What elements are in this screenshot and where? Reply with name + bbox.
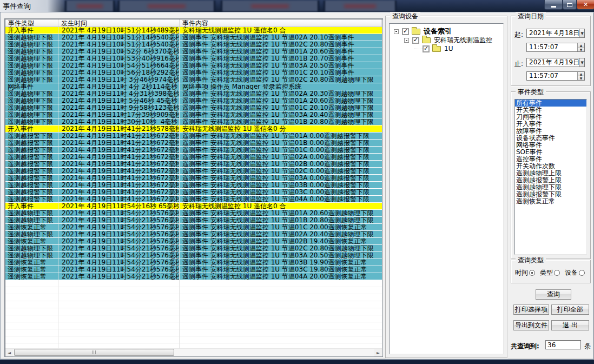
query-type-option[interactable]: 类型 xyxy=(540,268,560,277)
checkbox-checked-icon[interactable] xyxy=(412,37,419,44)
horizontal-scrollbar[interactable]: ◄ ► xyxy=(5,348,382,356)
table-row[interactable]: 遥测恢复正常2021年 4月19日11时54分21秒576毫秒遥测事件 安科瑞无… xyxy=(5,238,382,245)
device-tree: 设备索引 安科瑞无线测温监控 1U xyxy=(389,23,504,354)
table-row[interactable]: 遥测越物理下限2021年 4月19日10时54分51秒664毫秒遥测事件 安科瑞… xyxy=(5,62,382,69)
tree-node-label[interactable]: 设备索引 xyxy=(424,27,452,36)
cell-content: 遥测事件 安科瑞无线测温监控 1U 节温02C 20.80遥测越物理下限 xyxy=(180,245,382,252)
result-count-input[interactable] xyxy=(545,340,581,349)
event-type-item[interactable]: 遥测恢复正常 xyxy=(515,198,586,205)
radio-icon[interactable] xyxy=(554,270,560,276)
table-row[interactable]: 遥测越物理下限2021年 4月19日11时 3分46秒974毫秒遥测事件 安科瑞… xyxy=(5,76,382,83)
to-time-spinbox[interactable]: 11:57:07 ▲ ▼ xyxy=(526,71,585,81)
table-row[interactable]: 遥测越物理下限2021年 4月19日11时30分10秒 4毫秒遥测事件 安科瑞无… xyxy=(5,118,382,125)
cell-time: 2021年 4月19日11时54分21秒576毫秒 xyxy=(58,252,180,259)
cell-time: 2021年 4月19日11时41分21秒672毫秒 xyxy=(58,133,180,139)
table-row[interactable]: 遥测越报警下限2021年 4月19日11时41分21秒672毫秒遥测事件 安科瑞… xyxy=(5,161,382,168)
to-date-combobox[interactable]: 2021年 4月19日 ▼ xyxy=(526,58,585,67)
collapse-expander-icon[interactable] xyxy=(404,38,409,43)
print-all-button[interactable]: 打印全部 xyxy=(551,305,589,315)
scroll-left-button[interactable]: ◄ xyxy=(5,349,13,356)
export-to-file-button[interactable]: 导出到文件 xyxy=(513,320,549,330)
radio-icon[interactable] xyxy=(579,270,585,276)
exit-button[interactable]: 退 出 xyxy=(551,320,589,330)
tree-node-label[interactable]: 安科瑞无线测温监控 xyxy=(434,36,492,45)
scrollbar-track[interactable] xyxy=(13,349,374,356)
table-row[interactable]: 遥测越报警下限2021年 4月19日11时41分21秒672毫秒遥测事件 安科瑞… xyxy=(5,189,382,196)
table-row[interactable]: 开入事件2021年 4月19日11时54分16秒 65毫秒安科瑞无线测温监控 1… xyxy=(5,203,382,210)
from-date-label: 起: xyxy=(514,30,523,39)
cell-content: 安科瑞无线测温监控 1U 遥信名0 合 xyxy=(180,203,382,209)
table-row[interactable]: 遥测越物理下限2021年 4月19日10时51分14秒540毫秒遥测事件 安科瑞… xyxy=(5,41,382,48)
table-row[interactable]: 遥测越报警下限2021年 4月19日11时41分21秒672毫秒遥测事件 安科瑞… xyxy=(5,154,382,161)
checkbox-checked-icon[interactable] xyxy=(402,28,409,35)
column-header-content[interactable]: 事件内容 xyxy=(180,19,382,27)
table-row[interactable]: 遥测越物理下限2021年 4月19日11时 9分58秒123毫秒遥测事件 安科瑞… xyxy=(5,104,382,111)
table-row[interactable]: 遥测恢复正常2021年 4月19日11时54分21秒576毫秒遥测事件 安科瑞无… xyxy=(5,266,382,273)
column-header-time[interactable]: 发生时间 xyxy=(58,19,180,27)
spin-up-icon[interactable]: ▲ xyxy=(578,43,584,47)
table-row[interactable]: 遥测越报警下限2021年 4月19日11时41分21秒672毫秒遥测事件 安科瑞… xyxy=(5,168,382,175)
table-row[interactable]: 遥测越报警下限2021年 4月19日11时41分21秒672毫秒遥测事件 安科瑞… xyxy=(5,175,382,182)
table-row[interactable]: 遥测恢复正常2021年 4月19日11时54分21秒576毫秒遥测事件 安科瑞无… xyxy=(5,273,382,280)
close-button[interactable]: ✕ xyxy=(577,0,594,10)
cell-content: 遥测事件 安科瑞无线测温监控 1U 节温01C 0.00遥测越报警下限 xyxy=(180,147,382,153)
background-tab xyxy=(65,1,115,11)
table-row[interactable]: 遥测越物理下限2021年 4月19日11时17分39秒909毫秒遥测事件 安科瑞… xyxy=(5,111,382,118)
event-type-list[interactable]: 所有事件开关事件刀闸事件开入事件故障事件设备状态事件网络事件SOE事件遥控事件开… xyxy=(514,99,587,255)
query-date-group-label: 查询日期 xyxy=(516,12,546,21)
query-type-option[interactable]: 设备 xyxy=(565,268,585,277)
table-row[interactable]: 遥测越物理下限2021年 4月19日11时54分21秒576毫秒遥测事件 安科瑞… xyxy=(5,217,382,224)
table-row[interactable]: 遥测越物理下限2021年 4月19日10时56分18秒292毫秒遥测事件 安科瑞… xyxy=(5,69,382,76)
collapse-expander-icon[interactable] xyxy=(394,29,399,34)
tree-node-device-index[interactable]: 设备索引 xyxy=(394,27,452,36)
table-row[interactable]: 开入事件2021年 4月19日11时41分21秒578毫秒安科瑞无线测温监控 1… xyxy=(5,125,382,133)
cell-time: 2021年 4月19日11时54分21秒576毫秒 xyxy=(58,217,180,223)
table-row[interactable]: 遥测越物理下限2021年 4月19日10时51分14秒540毫秒遥测事件 安科瑞… xyxy=(5,34,382,41)
spin-up-icon[interactable]: ▲ xyxy=(578,72,584,76)
table-row[interactable]: 遥测越报警下限2021年 4月19日11时41分21秒672毫秒遥测事件 安科瑞… xyxy=(5,140,382,147)
table-row[interactable]: 遥测越报警下限2021年 4月19日11时41分21秒672毫秒遥测事件 安科瑞… xyxy=(5,196,382,203)
table-row[interactable]: 遥测越物理下限2021年 4月19日10时52分 6秒370毫秒遥测事件 安科瑞… xyxy=(5,48,382,55)
from-time-spinbox[interactable]: 11:57:07 ▲ ▼ xyxy=(526,43,585,52)
table-row[interactable]: 网络事件2021年 4月19日11时 4分 2秒114毫秒网络事项 操作员 Ma… xyxy=(5,83,382,90)
table-row[interactable]: 遥测越物理下限2021年 4月19日11时 5分46秒 45毫秒遥测事件 安科瑞… xyxy=(5,97,382,104)
table-row[interactable]: 遥测越物理下限2021年 4月19日11时54分21秒576毫秒遥测事件 安科瑞… xyxy=(5,245,382,252)
table-row[interactable]: 遥测越报警下限2021年 4月19日11时41分21秒672毫秒遥测事件 安科瑞… xyxy=(5,182,382,189)
table-row[interactable]: 遥测恢复正常2021年 4月19日11时54分21秒576毫秒遥测事件 安科瑞无… xyxy=(5,224,382,231)
maximize-button[interactable] xyxy=(563,0,577,10)
tree-node-label[interactable]: 1U xyxy=(444,45,453,52)
event-table-header: 事件类型 发生时间 事件内容 xyxy=(5,19,382,27)
table-row[interactable]: 遥测越报警下限2021年 4月19日11时41分21秒672毫秒遥测事件 安科瑞… xyxy=(5,147,382,154)
tree-node-device-1u[interactable]: 1U xyxy=(414,44,453,53)
spin-down-icon[interactable]: ▼ xyxy=(578,47,584,51)
table-row[interactable]: 遥测越物理下限2021年 4月19日11时54分21秒576毫秒遥测事件 安科瑞… xyxy=(5,231,382,238)
cell-content: 遥测事件 安科瑞无线测温监控 1U 节温03B 0.00遥测越报警下限 xyxy=(180,182,382,188)
table-row[interactable]: 遥测越物理下限2021年 4月19日11时 4分31秒398毫秒遥测事件 安科瑞… xyxy=(5,90,382,97)
from-date-combobox[interactable]: 2021年 4月18日 ▼ xyxy=(526,29,585,38)
checkbox-checked-icon[interactable] xyxy=(423,45,430,52)
print-selected-button[interactable]: 打印选择项 xyxy=(513,305,549,315)
table-row[interactable]: 遥测越物理下限2021年 4月19日11时54分21秒576毫秒遥测事件 安科瑞… xyxy=(5,210,382,217)
table-row[interactable]: 开入事件2021年 4月19日10时51分14秒489毫秒安科瑞无线测温监控 1… xyxy=(5,27,382,34)
query-button[interactable]: 查询 xyxy=(536,289,571,300)
column-header-event-type[interactable]: 事件类型 xyxy=(5,19,58,27)
spin-down-icon[interactable]: ▼ xyxy=(578,76,584,80)
query-type-option[interactable]: 时间 xyxy=(515,268,535,277)
cell-content: 网络事项 操作员 Manager 登录监控系统 xyxy=(180,83,382,90)
minimize-button[interactable] xyxy=(544,0,563,10)
from-time-value: 11:57:07 xyxy=(527,43,577,51)
titlebar[interactable]: 事件查询 ✕ xyxy=(0,0,594,12)
scrollbar-thumb[interactable] xyxy=(14,349,174,356)
table-row[interactable]: 遥测越物理下限2021年 4月19日11时54分21秒576毫秒遥测事件 安科瑞… xyxy=(5,252,382,259)
scroll-right-button[interactable]: ► xyxy=(374,349,382,356)
cell-event-type: 遥测越报警下限 xyxy=(5,147,58,153)
dropdown-arrow-icon[interactable]: ▼ xyxy=(579,29,584,37)
radio-selected-icon[interactable] xyxy=(529,270,535,276)
table-row[interactable]: 遥测越物理下限2021年 4月19日10时53分40秒916毫秒遥测事件 安科瑞… xyxy=(5,55,382,62)
tree-node-device-type[interactable]: 安科瑞无线测温监控 xyxy=(404,36,492,44)
cell-event-type: 遥测越物理下限 xyxy=(5,245,58,252)
dropdown-arrow-icon[interactable]: ▼ xyxy=(579,58,584,67)
table-row[interactable]: 遥测越报警下限2021年 4月19日11时41分21秒672毫秒遥测事件 安科瑞… xyxy=(5,133,382,140)
radio-label: 类型 xyxy=(540,268,553,277)
table-row[interactable]: 遥测恢复正常2021年 4月19日11时54分21秒576毫秒遥测事件 安科瑞无… xyxy=(5,259,382,266)
